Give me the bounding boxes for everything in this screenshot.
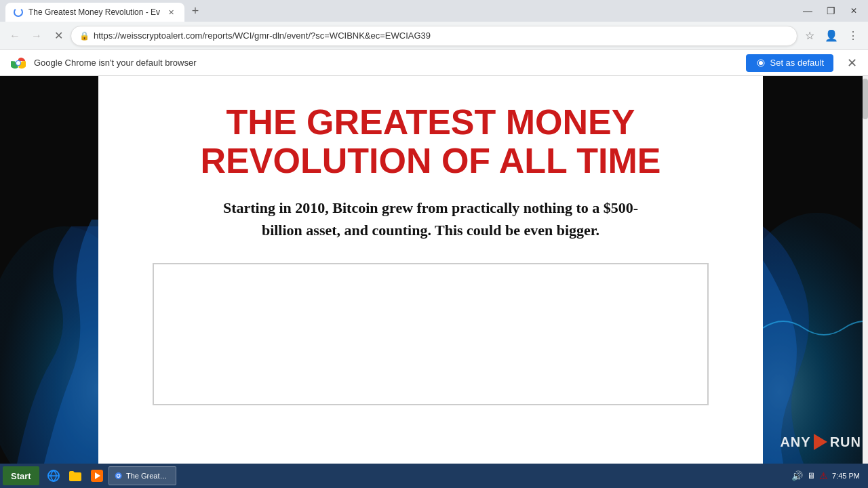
page-headline: THE GREATEST MONEY REVOLUTION OF ALL TIM… <box>201 103 661 180</box>
titlebar: The Greatest Money Revolution - Ev ✕ + —… <box>0 0 868 22</box>
reload-button[interactable]: ✕ <box>49 26 68 45</box>
svg-point-4 <box>759 61 763 65</box>
wave-left-decoration <box>0 192 98 464</box>
taskbar-chrome-label: The Greatest Mo... <box>126 472 170 480</box>
tab-close-button[interactable]: ✕ <box>165 7 176 18</box>
wave-right-decoration <box>763 192 868 464</box>
bookmark-button[interactable]: ☆ <box>800 26 819 45</box>
svg-point-12 <box>117 474 120 477</box>
taskbar-chrome-item[interactable]: The Greatest Mo... <box>108 466 176 485</box>
scrollbar-thumb[interactable] <box>863 79 868 119</box>
chrome-logo-icon <box>11 56 26 70</box>
titlebar-tabs: The Greatest Money Revolution - Ev ✕ + <box>5 0 799 22</box>
taskbar: Start <box>0 464 868 488</box>
anyrun-run-text: RUN <box>830 434 861 450</box>
video-embed[interactable] <box>153 263 709 405</box>
anyrun-any-text: ANY <box>780 434 810 450</box>
chrome-menu-button[interactable]: ⋮ <box>844 26 863 45</box>
maximize-button[interactable]: ❐ <box>822 5 840 17</box>
profile-button[interactable]: 👤 <box>822 26 841 45</box>
left-sidebar-bg <box>0 76 98 464</box>
page-subheadline: Starting in 2010, Bitcoin grew from prac… <box>207 197 654 241</box>
anyrun-play-icon <box>814 434 827 450</box>
tab-title: The Greatest Money Revolution - Ev <box>28 7 160 17</box>
headline-line2: REVOLUTION OF ALL TIME <box>201 141 661 180</box>
chrome-small-icon <box>755 58 766 68</box>
start-label: Start <box>11 471 31 481</box>
addressbar: ← → ✕ 🔒 https://weisscryptoalert.com/rep… <box>0 22 868 50</box>
security-lock-icon: 🔒 <box>79 31 90 41</box>
svg-point-2 <box>16 61 20 65</box>
taskbar-volume-icon[interactable]: 🔊 <box>791 470 803 481</box>
set-default-label: Set as default <box>770 58 825 68</box>
scrollbar-track[interactable] <box>863 76 868 464</box>
back-button[interactable]: ← <box>5 26 24 45</box>
taskbar-antivirus-icon[interactable]: ⚠ <box>819 470 828 481</box>
notification-close-button[interactable]: ✕ <box>847 56 857 70</box>
page-content: THE GREATEST MONEY REVOLUTION OF ALL TIM… <box>98 76 763 464</box>
taskbar-ie-icon[interactable] <box>43 466 64 485</box>
address-bar-input[interactable]: 🔒 https://weisscryptoalert.com/reports/W… <box>71 26 797 46</box>
start-button[interactable]: Start <box>3 466 39 485</box>
window-controls: — ❐ ✕ <box>799 5 863 17</box>
anyrun-watermark: ANY RUN <box>780 434 861 450</box>
taskbar-media-icon[interactable] <box>87 466 107 485</box>
active-tab[interactable]: The Greatest Money Revolution - Ev ✕ <box>5 3 184 22</box>
forward-button[interactable]: → <box>27 26 46 45</box>
taskbar-clock: 7:45 PM <box>832 472 860 480</box>
taskbar-chrome-icon <box>115 470 122 481</box>
notification-message: Google Chrome isn't your default browser <box>34 58 738 68</box>
browser-content: THE GREATEST MONEY REVOLUTION OF ALL TIM… <box>0 76 868 464</box>
default-browser-notification: Google Chrome isn't your default browser… <box>0 50 868 76</box>
url-display: https://weisscryptoalert.com/reports/WCI… <box>94 30 789 41</box>
headline-line1: THE GREATEST MONEY <box>226 102 635 142</box>
taskbar-network-icon[interactable]: 🖥 <box>807 471 815 481</box>
taskbar-items: The Greatest Mo... <box>41 466 785 485</box>
minimize-button[interactable]: — <box>799 5 816 17</box>
taskbar-folder-icon[interactable] <box>65 466 85 485</box>
new-tab-button[interactable]: + <box>187 3 203 19</box>
loading-spinner <box>14 7 23 17</box>
right-sidebar-bg: ANY RUN <box>763 76 868 464</box>
close-button[interactable]: ✕ <box>845 5 863 17</box>
set-default-button[interactable]: Set as default <box>746 54 834 72</box>
taskbar-system-tray: 🔊 🖥 ⚠ 7:45 PM <box>786 470 865 481</box>
